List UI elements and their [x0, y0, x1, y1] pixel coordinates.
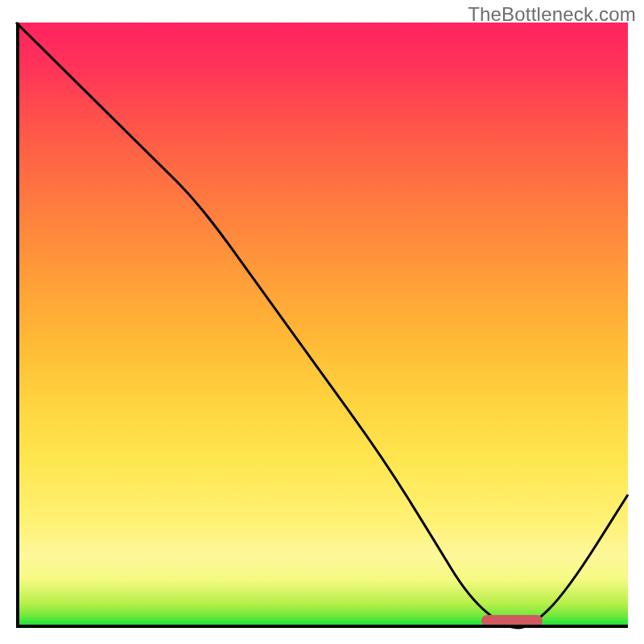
bottleneck-curve — [16, 23, 628, 628]
curve-path — [16, 23, 628, 628]
plot-area — [16, 23, 628, 628]
watermark-text: TheBottleneck.com — [468, 3, 636, 26]
optimal-range-marker — [481, 615, 543, 626]
chart-wrapper: TheBottleneck.com — [0, 0, 644, 644]
